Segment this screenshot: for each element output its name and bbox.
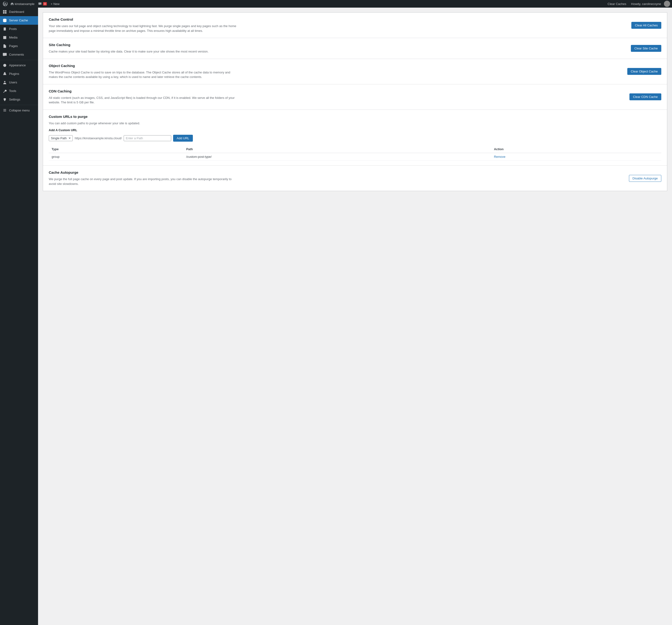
custom-urls-desc: You can add custom paths to purge whenev…	[49, 121, 239, 126]
sidebar-item-appearance[interactable]: Appearance	[0, 61, 38, 70]
sidebar-item-pages[interactable]: Pages	[0, 42, 38, 50]
object-caching-content: Object Caching The WordPress Object Cach…	[49, 64, 623, 79]
clear-object-cache-button[interactable]: Clear Object Cache	[627, 68, 661, 75]
sidebar-item-server-cache[interactable]: Server Cache	[0, 16, 38, 25]
svg-point-6	[4, 36, 4, 37]
appearance-icon	[2, 63, 7, 68]
collapse-icon	[2, 108, 7, 112]
collapse-menu-item[interactable]: Collapse menu	[0, 106, 38, 115]
comments-link[interactable]: 0	[37, 2, 49, 5]
cache-autopurge-title: Cache Autopurge	[49, 170, 624, 174]
site-caching-title: Site Caching	[49, 43, 626, 47]
svg-rect-2	[3, 12, 4, 14]
sidebar-item-tools[interactable]: Tools	[0, 87, 38, 95]
sidebar-item-tools-label: Tools	[9, 89, 16, 93]
add-custom-url-title: Add A Custom URL	[49, 128, 661, 132]
svg-rect-5	[3, 36, 6, 39]
url-prefix: https://kinstaexample.kinsta.cloud/	[75, 136, 122, 140]
site-caching-desc: Cache makes your site load faster by sto…	[49, 49, 239, 54]
sidebar: Dashboard Server Cache Posts Media Pages	[0, 8, 38, 625]
media-icon	[2, 35, 7, 40]
layout: Dashboard Server Cache Posts Media Pages	[0, 8, 672, 625]
table-row: group /custom-post-type/ Remove	[49, 153, 661, 161]
sidebar-item-dashboard[interactable]: Dashboard	[0, 8, 38, 16]
sidebar-item-posts-label: Posts	[9, 27, 17, 31]
main-content: Cache Control Your site uses our full pa…	[38, 8, 672, 625]
clear-site-cache-button[interactable]: Clear Site Cache	[631, 45, 661, 52]
custom-urls-title: Custom URLs to purge	[49, 115, 661, 119]
sidebar-item-settings[interactable]: Settings	[0, 95, 38, 104]
object-caching-title: Object Caching	[49, 64, 623, 68]
object-caching-desc: The WordPress Object Cache is used to sa…	[49, 70, 239, 79]
sidebar-item-posts[interactable]: Posts	[0, 25, 38, 33]
plugins-icon	[2, 72, 7, 76]
tools-icon	[2, 89, 7, 93]
sidebar-item-plugins-label: Plugins	[9, 72, 19, 76]
site-home-link[interactable]: kinstaexample	[8, 2, 37, 6]
pages-icon	[2, 44, 7, 48]
cache-control-content: Cache Control Your site uses our full pa…	[49, 17, 627, 33]
site-caching-content: Site Caching Cache makes your site load …	[49, 43, 626, 54]
clear-cdn-cache-button[interactable]: Clear CDN Cache	[629, 93, 661, 100]
new-label: + New	[51, 2, 59, 6]
home-icon	[10, 2, 14, 5]
table-header-action: Action	[491, 145, 661, 153]
table-header-path: Path	[183, 145, 491, 153]
cache-control-title: Cache Control	[49, 17, 627, 21]
sidebar-item-comments-label: Comments	[9, 52, 24, 57]
cdn-caching-section: CDN Caching All static content (such as …	[43, 84, 667, 110]
server-cache-icon	[2, 18, 7, 23]
comments-sidebar-icon	[2, 52, 7, 57]
svg-rect-0	[3, 10, 4, 11]
sidebar-item-media-label: Media	[9, 35, 17, 40]
cache-autopurge-section: Cache Autopurge We purge the full page c…	[43, 166, 667, 191]
sidebar-item-users[interactable]: Users	[0, 78, 38, 87]
svg-point-7	[3, 64, 6, 67]
svg-rect-1	[5, 10, 6, 11]
wp-logo-icon[interactable]	[2, 0, 8, 7]
sidebar-item-plugins[interactable]: Plugins	[0, 70, 38, 78]
comment-icon	[38, 2, 42, 5]
cache-control-section: Cache Control Your site uses our full pa…	[43, 12, 667, 38]
cdn-caching-title: CDN Caching	[49, 89, 625, 93]
sidebar-item-appearance-label: Appearance	[9, 63, 26, 68]
cache-autopurge-desc: We purge the full page cache on every pa…	[49, 177, 239, 186]
sidebar-item-media[interactable]: Media	[0, 33, 38, 42]
site-name: kinstaexample	[15, 2, 34, 6]
disable-autopurge-button[interactable]: Disable Autopurge	[629, 175, 661, 182]
users-icon	[2, 80, 7, 85]
top-bar: kinstaexample 0 + New Clear Caches Howdy…	[0, 0, 672, 8]
path-input[interactable]	[124, 135, 171, 141]
table-cell-path: /custom-post-type/	[183, 153, 491, 161]
sidebar-item-users-label: Users	[9, 80, 17, 84]
sidebar-item-comments[interactable]: Comments	[0, 50, 38, 59]
sidebar-item-dashboard-label: Dashboard	[9, 10, 24, 14]
remove-link[interactable]: Remove	[494, 155, 505, 158]
url-type-select[interactable]: Single Path	[49, 135, 73, 141]
clear-caches-top-link[interactable]: Clear Caches	[606, 2, 628, 6]
table-header-type: Type	[49, 145, 183, 153]
cache-autopurge-content: Cache Autopurge We purge the full page c…	[49, 170, 624, 186]
table-cell-type: group	[49, 153, 183, 161]
cache-control-desc: Your site uses our full page and object …	[49, 24, 239, 33]
custom-urls-section: Custom URLs to purge You can add custom …	[43, 110, 667, 166]
dashboard-icon	[2, 9, 7, 14]
svg-point-9	[4, 81, 5, 82]
cdn-caching-desc: All static content (such as images, CSS,…	[49, 96, 239, 105]
add-url-row: Single Path https://kinstaexample.kinsta…	[49, 135, 661, 142]
comments-count: 0	[43, 2, 47, 5]
sidebar-divider	[0, 60, 38, 60]
howdy-label[interactable]: Howdy, carolinecoyne	[629, 2, 663, 6]
sidebar-item-server-cache-label: Server Cache	[9, 18, 28, 23]
settings-icon	[2, 97, 7, 102]
add-url-button[interactable]: Add URL	[173, 135, 193, 142]
clear-all-caches-button[interactable]: Clear All Caches	[631, 22, 661, 29]
collapse-menu-label: Collapse menu	[9, 108, 30, 112]
svg-rect-3	[5, 12, 6, 14]
sidebar-item-settings-label: Settings	[9, 97, 20, 102]
avatar[interactable]	[664, 1, 670, 7]
sidebar-item-pages-label: Pages	[9, 44, 18, 48]
sidebar-divider-2	[0, 105, 38, 105]
new-content-link[interactable]: + New	[49, 2, 61, 6]
content-area: Cache Control Your site uses our full pa…	[43, 12, 667, 191]
